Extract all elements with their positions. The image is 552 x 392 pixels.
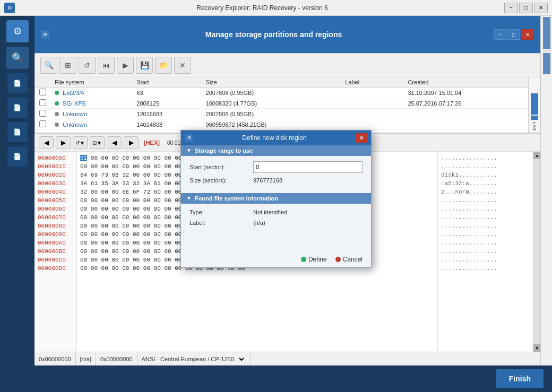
sidebar-icon-doc1[interactable]: 📄: [7, 73, 28, 93]
hex-row-ascii: ................: [441, 239, 530, 247]
row-checkbox[interactable]: [39, 89, 46, 95]
scroll-track: [533, 159, 540, 344]
sidebar-icon-search[interactable]: 🔍: [6, 47, 29, 69]
row-checkbox-cell[interactable]: [35, 88, 50, 98]
hex-addresses: 0000000000000010000000200000003000000040…: [34, 152, 77, 352]
col-checkbox: [35, 77, 50, 88]
table-row[interactable]: Ext2/3/4 63 2007808 (0.95GB) 31.10.2007 …: [35, 88, 528, 98]
refresh-tool-button[interactable]: ↺: [79, 57, 96, 74]
cancel-dot-icon: [335, 257, 341, 262]
inner-close-button[interactable]: ✕: [521, 29, 534, 40]
partition-panel: 🔍 ⊞ ↺ ⏮ ▶ 💾 📁 ✕: [34, 53, 540, 133]
inner-maximize-button[interactable]: □: [507, 29, 520, 40]
storage-range-body: Start (sector): Size (sectors): 97677316…: [181, 156, 371, 193]
close-button[interactable]: ✕: [534, 3, 548, 13]
right-block-2: [543, 53, 550, 74]
filesystem-name[interactable]: Unknown: [63, 111, 87, 117]
hex-bookmark-button[interactable]: ⊡▼: [90, 136, 105, 149]
grid-tool-button[interactable]: ⊞: [59, 57, 76, 74]
start-sector-input[interactable]: [253, 161, 363, 173]
la3-label: LA3: [532, 120, 537, 133]
hex-row-ascii: ................: [441, 154, 530, 162]
blue-block-1: [531, 93, 538, 115]
sidebar-icon-settings[interactable]: ⚙: [6, 20, 29, 42]
table-row[interactable]: Unknown 12016683 2007808 (0.95GB): [35, 109, 528, 119]
status-bar: 0x00000000 [n/a] 0x00000000 ANSI - Centr…: [34, 352, 540, 365]
inner-header: ⚙ Manage storage partitions and regions …: [34, 16, 540, 53]
type-value: Not identified: [253, 209, 287, 215]
row-checkbox[interactable]: [39, 99, 46, 106]
hex-row-address: 00000040: [38, 188, 73, 196]
storage-section-header: ▼ Storage range to use: [181, 145, 371, 156]
save-tool-button[interactable]: 💾: [136, 57, 153, 74]
hex-row-ascii: ................: [441, 222, 530, 230]
type-label: Type:: [189, 209, 253, 215]
row-checkbox-cell[interactable]: [35, 119, 50, 130]
hex-scrollbar[interactable]: ▲ ▼: [533, 152, 540, 352]
sidebar-icon-doc3[interactable]: 📄: [7, 122, 28, 142]
scroll-up-button[interactable]: ▲: [533, 152, 540, 159]
hex-row-address: 00000070: [38, 213, 73, 222]
start-sector-row: Start (sector):: [189, 161, 363, 173]
hex-row-ascii: ................: [441, 264, 530, 273]
partition-table: File system Start Size Label Created: [35, 77, 528, 130]
row-created: 31.10.2007 15:01:04: [403, 88, 528, 98]
fs-section-label: Found file system information: [195, 195, 278, 202]
app-title: Recovery Explorer: RAID Recovery - versi…: [20, 4, 504, 12]
close-tool-button[interactable]: ✕: [174, 57, 191, 74]
row-checkbox[interactable]: [39, 110, 46, 117]
sidebar-icon-doc2[interactable]: 📄: [7, 98, 28, 118]
minimize-button[interactable]: −: [504, 3, 518, 13]
filesystem-name[interactable]: Unknown: [63, 121, 87, 128]
play-tool-button[interactable]: ▶: [117, 57, 134, 74]
row-filesystem: Unknown: [50, 109, 132, 119]
row-start: 12016683: [132, 109, 201, 119]
hex-row-ascii: 2...norm........: [441, 188, 530, 196]
dialog-footer: Define Cancel: [181, 251, 371, 267]
inner-minimize-button[interactable]: −: [494, 29, 506, 40]
hex-row-address: 000000D0: [38, 264, 73, 273]
dialog-close-button[interactable]: ✕: [356, 133, 367, 143]
dot-icon: [55, 101, 59, 106]
hex-row-ascii: ................: [441, 213, 530, 222]
filesystem-name[interactable]: Ext2/3/4: [63, 90, 84, 96]
search-tool-button[interactable]: 🔍: [40, 57, 57, 74]
dot-icon: [55, 112, 59, 116]
encoding-select[interactable]: [235, 355, 246, 363]
hex-prev-button[interactable]: ◀: [107, 136, 122, 149]
row-checkbox-cell[interactable]: [35, 98, 50, 109]
col-size: Size: [202, 77, 341, 88]
hex-row-address: 00000020: [38, 171, 73, 179]
hex-row-address: 00000060: [38, 205, 73, 213]
filesystem-name[interactable]: SGI XFS: [63, 100, 85, 107]
partition-toolbar: 🔍 ⊞ ↺ ⏮ ▶ 💾 📁 ✕: [35, 54, 540, 77]
row-checkbox-cell[interactable]: [35, 109, 50, 119]
first-tool-button[interactable]: ⏮: [98, 57, 115, 74]
storage-section-label: Storage range to use: [195, 147, 253, 154]
hex-back-button[interactable]: ◀: [39, 136, 54, 149]
sidebar-icon-doc4[interactable]: 📄: [7, 146, 28, 167]
hex-forward-button[interactable]: ▶: [56, 136, 71, 149]
cancel-button[interactable]: Cancel: [335, 256, 363, 263]
left-sidebar: ⚙ 🔍 📄 📄 📄 📄: [0, 16, 34, 365]
hex-row-address: 00000050: [38, 196, 73, 205]
blue-block-2: [531, 116, 538, 120]
row-checkbox[interactable]: [39, 120, 46, 127]
define-button[interactable]: Define: [301, 256, 327, 263]
row-created: 25.07.2016 07:17:35: [403, 98, 528, 109]
col-label: Label: [341, 77, 386, 88]
hex-row-ascii: disk2...........: [441, 171, 530, 179]
finish-button[interactable]: Finish: [496, 369, 544, 388]
hex-refresh-button[interactable]: ↺▼: [73, 136, 88, 149]
maximize-button[interactable]: □: [519, 3, 533, 13]
scroll-down-button[interactable]: ▼: [533, 344, 540, 352]
col-created: Created: [403, 77, 528, 88]
folder-tool-button[interactable]: 📁: [155, 57, 172, 74]
define-label: Define: [308, 256, 327, 263]
hex-row-address: 00000090: [38, 230, 73, 239]
status-encoding: ANSI - Central European / CP-1250: [137, 352, 251, 365]
table-row[interactable]: Unknown 14024808 960959872 (458.21GB): [35, 119, 528, 130]
hex-next-button[interactable]: ▶: [124, 136, 139, 149]
table-row[interactable]: SGI XFS 2008125 10008320 (4.77GB) 25.07.…: [35, 98, 528, 109]
dialog-icon: ⚙: [185, 134, 193, 142]
